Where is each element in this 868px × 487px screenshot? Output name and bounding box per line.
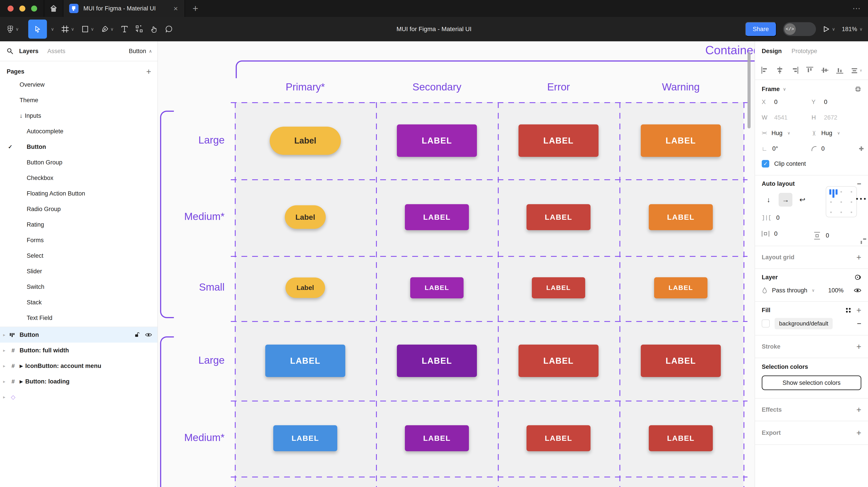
add-effect-button[interactable]: + [857, 405, 861, 415]
rotation-field[interactable]: ∟ 0° [762, 145, 811, 152]
chevron-right-icon[interactable]: ▸ [3, 332, 5, 337]
height-field[interactable]: H 2672 [811, 114, 861, 121]
frame-tool-tool-button[interactable]: ∨ [58, 17, 78, 41]
page-item-theme[interactable]: Theme [0, 92, 157, 108]
canvas-button-secondary-medium[interactable]: LABEL [405, 204, 469, 230]
page-item-text-field[interactable]: Text Field [0, 310, 157, 326]
horizontal-padding-field[interactable]: 0 [762, 230, 812, 237]
frame-section-title[interactable]: Frame [762, 86, 780, 93]
chevron-right-icon[interactable]: ▸ [3, 394, 5, 400]
add-export-button[interactable]: + [857, 428, 861, 438]
page-selector[interactable]: Button ∧ [129, 48, 152, 55]
align-horizontal-center-button[interactable] [776, 66, 784, 74]
y-position-field[interactable]: Y 0 [811, 99, 861, 105]
horizontal-resizing-dropdown[interactable]: >< Hug ∨ [762, 130, 811, 137]
vertical-scrollbar[interactable] [747, 52, 751, 128]
chevron-right-icon[interactable]: ▸ [3, 348, 5, 353]
comment-tool-tool-button[interactable] [162, 17, 176, 41]
clip-content-checkbox[interactable]: ✓ [762, 160, 769, 167]
canvas-button-error-large[interactable]: LABEL [519, 124, 598, 157]
chevron-right-icon[interactable]: ▸ [3, 363, 5, 368]
align-vertical-center-button[interactable] [821, 66, 829, 74]
page-item-switch[interactable]: Switch [0, 279, 157, 295]
alignment-dot[interactable] [830, 212, 832, 213]
visibility-eye-icon[interactable] [145, 332, 152, 337]
tab-prototype[interactable]: Prototype [792, 48, 817, 55]
zoom-menu[interactable]: 181% ∨ [842, 26, 863, 33]
canvas-button-secondary-small[interactable]: LABEL [410, 277, 464, 298]
chevron-down-icon[interactable]: ∨ [832, 27, 835, 32]
canvas-button-error-large[interactable]: LABEL [519, 345, 598, 377]
align-top-button[interactable] [806, 66, 814, 74]
page-item-floating-action-button[interactable]: Floating Action Button [0, 186, 157, 201]
layer-item-button-loading[interactable]: ▸#▶Button: loading [0, 374, 157, 389]
clip-content-row[interactable]: ✓ Clip content [762, 156, 861, 171]
show-selection-colors-button[interactable]: Show selection colors [762, 376, 861, 390]
width-field[interactable]: W 4541 [762, 114, 811, 121]
maximize-window-button[interactable] [31, 5, 37, 11]
page-item-button-group[interactable]: Button Group [0, 155, 157, 170]
canvas[interactable]: ContainedPrimary*SecondaryErrorWarningLa… [158, 41, 754, 487]
page-item-select[interactable]: Select [0, 248, 157, 263]
page-item-checkbox[interactable]: Checkbox [0, 170, 157, 186]
home-button[interactable] [44, 0, 63, 17]
canvas-button-error-medium[interactable]: LABEL [526, 425, 591, 451]
tab-assets[interactable]: Assets [48, 48, 65, 55]
visibility-eye-icon[interactable] [854, 288, 861, 293]
hand-tool-tool-button[interactable] [147, 17, 162, 41]
layer-item-iconbutton-account-menu[interactable]: ▸#▶IconButton: account menu [0, 358, 157, 374]
page-item-button[interactable]: ✓Button [0, 139, 157, 155]
page-item-slider[interactable]: Slider [0, 263, 157, 279]
distribute-button[interactable]: ∨ [851, 66, 862, 74]
alignment-dot[interactable] [851, 191, 852, 193]
add-layout-grid-button[interactable]: + [857, 253, 861, 262]
chevron-right-icon[interactable]: ▸ [3, 379, 5, 384]
fill-color-swatch[interactable] [762, 320, 770, 327]
align-right-button[interactable] [791, 66, 799, 74]
window-more-icon[interactable]: ⋯ [852, 4, 861, 13]
canvas-button-error-medium[interactable]: LABEL [526, 204, 591, 230]
page-item-stack[interactable]: Stack [0, 295, 157, 310]
layer-item-button[interactable]: ▸Button [0, 327, 157, 343]
canvas-button-warning-medium[interactable]: LABEL [649, 204, 713, 230]
canvas-button-secondary-medium[interactable]: LABEL [405, 425, 469, 451]
canvas-button-warning-large[interactable]: LABEL [641, 124, 721, 157]
rectangle-tool-tool-button[interactable]: ∨ [78, 17, 98, 41]
alignment-dot[interactable] [840, 201, 842, 203]
tab-layers[interactable]: Layers [19, 48, 38, 55]
vertical-resizing-dropdown[interactable]: >< Hug ∨ [811, 130, 861, 137]
cursor-tool-button[interactable]: ∨ [23, 17, 58, 41]
canvas-button-warning-medium[interactable]: LABEL [649, 425, 713, 451]
corner-radius-field[interactable]: 0 [811, 145, 861, 152]
add-stroke-button[interactable]: + [857, 342, 861, 352]
chevron-down-icon[interactable]: ∨ [91, 27, 94, 32]
alignment-dot[interactable] [851, 212, 852, 213]
collapse-icon[interactable] [855, 86, 861, 92]
canvas-button-primary-small[interactable]: Label [285, 278, 325, 298]
page-item-forms[interactable]: Forms [0, 232, 157, 248]
chevron-down-icon[interactable]: ∨ [51, 27, 54, 32]
auto-layout-more-icon[interactable]: ••• [856, 195, 868, 203]
canvas-button-primary-large[interactable]: LABEL [265, 345, 345, 377]
page-item-inputs[interactable]: ↓Inputs [0, 108, 157, 124]
remove-fill-button[interactable]: − [857, 319, 861, 328]
blend-mode-icon[interactable] [854, 274, 861, 281]
page-item-rating[interactable]: Rating [0, 217, 157, 232]
close-window-button[interactable] [7, 5, 13, 11]
frame-title[interactable]: Contained [705, 43, 754, 57]
direction-horizontal-button[interactable]: → [779, 193, 793, 206]
canvas-button-primary-large[interactable]: Label [270, 127, 341, 155]
canvas-button-error-small[interactable]: LABEL [532, 277, 585, 298]
share-button[interactable]: Share [745, 22, 776, 36]
alignment-dot[interactable] [830, 201, 832, 203]
tab-close-icon[interactable]: × [172, 4, 180, 13]
chevron-down-icon[interactable]: ∨ [71, 27, 74, 32]
search-icon[interactable] [7, 48, 13, 55]
layer-item-button-full-width[interactable]: ▸#Button: full width [0, 343, 157, 358]
page-item-overview[interactable]: Overview [0, 77, 157, 92]
alignment-widget[interactable] [826, 186, 857, 217]
alignment-dot[interactable] [840, 212, 842, 213]
alignment-dot[interactable] [840, 191, 842, 193]
text-tool-tool-button[interactable] [117, 17, 132, 41]
page-item-radio-group[interactable]: Radio Group [0, 201, 157, 217]
